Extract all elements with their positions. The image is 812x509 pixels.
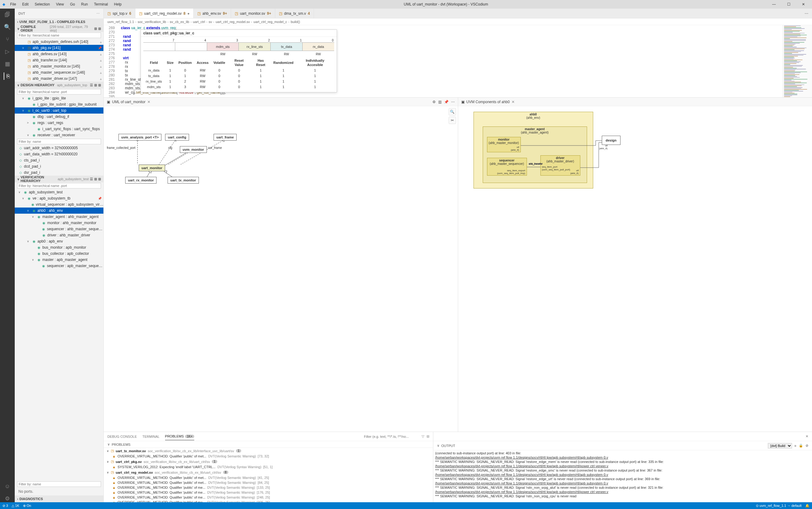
tab[interactable]: ◳uart_monitor.sv 9+ — [231, 9, 275, 18]
tree-item[interactable]: ∨◉ahb0 : ahb_env — [15, 207, 103, 214]
tree-item[interactable]: ∨◉apb0 : apb_env — [15, 238, 103, 244]
problem-item[interactable]: ▲OVERRIDE_VIRTUAL_METHOD: Qualifier 'pub… — [104, 490, 433, 495]
ports-filter-input[interactable] — [17, 481, 101, 487]
uml-diagram[interactable]: uvm_analysis_port <T> uart_config uart_f… — [104, 106, 458, 432]
icon[interactable]: ⊞ — [94, 83, 97, 87]
tab[interactable]: ◳spi_top.v 6 — [104, 9, 135, 18]
more-icon[interactable]: ⋯ — [451, 100, 455, 104]
breadcrumb-item[interactable]: uart_ctrl_reg_model_c — [253, 20, 287, 24]
menu-file[interactable]: File — [8, 1, 19, 8]
tab-problems[interactable]: PROBLEMS1K+ — [165, 433, 194, 440]
file-item[interactable]: ◳ahb_defines.sv [143]▵ — [15, 51, 103, 57]
problem-item[interactable]: ▲OVERRIDE_VIRTUAL_METHOD: Qualifier 'pub… — [104, 480, 433, 485]
tree-item[interactable]: >◉regs : uart_regs — [15, 120, 103, 126]
icon[interactable]: ⊘ — [806, 444, 808, 448]
gear-icon[interactable]: ⚙ — [432, 100, 436, 104]
breadcrumb-item[interactable]: build() — [291, 20, 300, 24]
design-box[interactable]: design — [602, 136, 621, 145]
breadcrumb[interactable]: uvm_ref_flow_1.1›soc_verification_lib›sv… — [104, 19, 812, 25]
status-item[interactable]: ⊕ On — [23, 504, 31, 508]
breadcrumb-item[interactable]: soc_verification_lib — [138, 20, 166, 24]
file-item[interactable]: ◳ahb_master_monitor.sv [145]▵ — [15, 63, 103, 69]
dvt-icon[interactable]: ⎘ — [4, 72, 11, 80]
extensions-icon[interactable]: ▦ — [4, 60, 11, 68]
tree-item[interactable]: ◉virtual_sequencer : apb_subsystem_virtu… — [15, 201, 103, 207]
code-content[interactable]: class ua_ier_c extends uvm_reg; rand ran… — [118, 25, 782, 97]
maximize-button[interactable]: ☐ — [782, 2, 795, 6]
icon[interactable]: ⊞ — [94, 27, 97, 31]
uml-box[interactable]: uvm_analysis_port <T> — [118, 134, 162, 141]
var-item[interactable]: ◇uart_addr_width = 32'h00000005 — [15, 145, 103, 151]
filter-icon[interactable]: ▽ — [422, 434, 424, 438]
compile-filter-input[interactable] — [17, 33, 101, 38]
icon[interactable]: ⊞ — [98, 83, 101, 87]
account-icon[interactable]: ☺ — [4, 483, 11, 490]
breadcrumb-item[interactable]: uvm_ref_flow_1.1 — [107, 20, 134, 24]
search-icon[interactable]: 🔍 — [4, 23, 11, 31]
breadcrumb-item[interactable]: uart_ctrl — [193, 20, 205, 24]
section-compile-order[interactable]: ∨COMPILE ORDER [299 total, 227 unique, 7… — [15, 25, 103, 32]
var-item[interactable]: ◇dcd_pad_i — [15, 163, 103, 169]
tab-debug-console[interactable]: DEBUG CONSOLE — [107, 433, 137, 440]
tab[interactable]: ◳uart_ctrl_reg_model.sv 8 ● — [135, 9, 193, 18]
explorer-icon[interactable]: 🗐 — [4, 11, 11, 19]
bell-icon[interactable]: 🔔 — [805, 504, 810, 508]
file-item[interactable]: ◳ahb_master_driver.sv [147]▵ — [15, 75, 103, 82]
icon[interactable]: ⊞ — [94, 177, 97, 181]
menu-run[interactable]: Run — [78, 1, 90, 8]
problem-item[interactable]: ▲OVERRIDE_VIRTUAL_METHOD: Qualifier 'pub… — [104, 454, 433, 459]
vars-filter-input[interactable] — [17, 139, 101, 144]
run-icon[interactable]: ▷ — [4, 48, 11, 55]
tree-item[interactable]: ∨◉receiver : uart_receiver — [15, 132, 103, 138]
component-diagram[interactable]: ahb0(ahb_env) master_agent(ahb_master_ag… — [458, 106, 812, 432]
icon[interactable]: ☰ — [90, 83, 93, 87]
tree-item[interactable]: ◉i_gpio_lite_subnit : gpio_lite_subunit — [15, 101, 103, 107]
section-verification-hierarchy[interactable]: ∨VERIFICATION HIERARCHY apb_subsystem_te… — [15, 176, 103, 182]
status-item[interactable]: △ 1K — [12, 504, 19, 508]
tree-item[interactable]: ◉bus_monitor : apb_monitor — [15, 244, 103, 250]
uml-box[interactable]: uart_frame — [214, 134, 237, 141]
problem-item[interactable]: ▲OVERRIDE_VIRTUAL_METHOD: Qualifier 'pub… — [104, 495, 433, 500]
tree-item[interactable]: ∨◉i_oc_uart0 : uart_top — [15, 107, 103, 113]
menu-view[interactable]: View — [54, 1, 66, 8]
section-compiled-files[interactable]: ›UVM_REF_FLOW_1.1 - COMPILED FILES — [15, 19, 103, 25]
close-panel-icon[interactable]: ✕ — [806, 434, 808, 438]
tree-item[interactable]: ◉sequencer : ahb_master_sequencer — [15, 226, 103, 232]
uml-box[interactable]: uart_monitor — [139, 165, 165, 171]
problem-file[interactable]: ∨◳uart_ctrl_pkg.sv soc_verification_lib/… — [104, 459, 433, 465]
file-item[interactable]: ◳ahb_transfer.sv [144]▵ — [15, 57, 103, 63]
tree-item[interactable]: ∨◉master : apb_master_agent — [15, 257, 103, 263]
icon[interactable]: 🔒 — [799, 444, 803, 448]
uml-box[interactable]: uvm_monitor — [180, 146, 207, 153]
tab-overflow[interactable]: ⋯ — [801, 9, 812, 18]
file-item[interactable]: ∨◳ahb_pkg.sv [141]📌 — [15, 45, 103, 51]
var-item[interactable]: ◇cts_pad_i — [15, 157, 103, 163]
tree-item[interactable]: ∨◉apb_subsystem_test — [15, 189, 103, 195]
code-editor[interactable]: 2692702712722732742752762772782792802812… — [104, 25, 812, 97]
tree-item[interactable]: ◉sequencer : apb_master_sequencer — [15, 263, 103, 269]
menu-selection[interactable]: Selection — [32, 1, 52, 8]
tree-item[interactable]: ◉i_uart_sync_flops : uart_sync_flops — [15, 126, 103, 132]
minimap[interactable] — [782, 25, 812, 97]
problem-item[interactable]: ▲OVERRIDE_VIRTUAL_METHOD: Qualifier 'pub… — [104, 485, 433, 490]
breadcrumb-item[interactable]: uart_ctrl_reg_model.sv — [215, 20, 250, 24]
pin-icon[interactable]: 📌 — [444, 100, 449, 104]
close-icon[interactable]: ✕ — [511, 100, 515, 104]
settings-icon[interactable]: ⚙ — [4, 495, 11, 502]
section-diagnostics[interactable]: ›DIAGNOSTICS — [15, 496, 103, 502]
problems-list[interactable]: ∨◳uart_tx_monitor.sv soc_verification_li… — [104, 448, 433, 502]
uml-box[interactable]: uart_config — [165, 134, 189, 141]
tree-item[interactable]: ∨◉master_agent : ahb_master_agent — [15, 214, 103, 220]
tree-item[interactable]: ◉bus_collector : apb_collector — [15, 250, 103, 257]
verif-filter-input[interactable] — [17, 183, 101, 189]
output-console[interactable]: (connected to sub-instance output port) … — [433, 450, 812, 502]
collapse-icon[interactable]: ⊟ — [427, 434, 429, 438]
uml-box[interactable]: uart_rx_monitor — [125, 177, 156, 183]
icon[interactable]: ⊞ — [98, 27, 101, 31]
tab[interactable]: ◳dma_tx_sm.v 4 — [275, 9, 314, 18]
breadcrumb-item[interactable]: sv — [209, 20, 212, 24]
tab[interactable]: ◳ahb_env.sv 9+ — [193, 9, 231, 18]
menu-terminal[interactable]: Terminal — [92, 1, 110, 8]
status-item[interactable]: ⊘ 3 — [2, 504, 8, 508]
minimize-button[interactable]: — — [768, 2, 780, 6]
